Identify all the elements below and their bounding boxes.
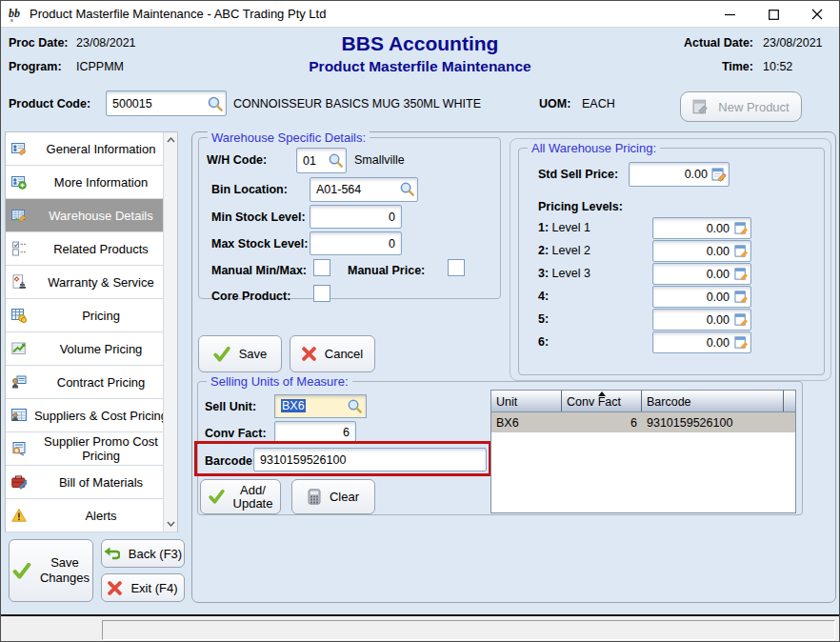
price-edit-icon[interactable] (734, 335, 749, 350)
check-icon (213, 347, 230, 362)
save-changes-label: SaveChanges (40, 555, 90, 586)
time-label: Time: (666, 60, 753, 73)
std-sell-price-field-wrap (629, 162, 730, 187)
sidebar-item-label: Warranty & Service (48, 275, 154, 290)
cancel-button[interactable]: Cancel (290, 335, 375, 372)
add-update-button[interactable]: Add/Update (200, 479, 281, 514)
cell-conv-fact: 6 (562, 416, 642, 430)
all-warehouse-pricing-group: All Warehouse Pricing: Std Sell Price: P… (518, 148, 825, 375)
save-button[interactable]: Save (198, 335, 282, 372)
cancel-label: Cancel (325, 347, 363, 361)
max-stock-input[interactable] (310, 231, 402, 255)
save-changes-button[interactable]: SaveChanges (9, 539, 93, 602)
close-icon (811, 9, 823, 20)
level-num: 3: (538, 267, 549, 280)
sidebar-item-label: Contract Pricing (57, 375, 145, 390)
core-product-label: Core Product: (211, 290, 290, 303)
exit-button[interactable]: Exit (F4) (101, 573, 185, 602)
actual-date-value: 23/08/2021 (763, 36, 830, 50)
sidebar-item-more-information[interactable]: More Information (6, 166, 177, 199)
sidebar-item-warehouse-details[interactable]: Warehouse Details (6, 199, 177, 232)
price-edit-icon[interactable] (734, 267, 749, 281)
search-icon[interactable] (328, 152, 344, 169)
price-edit-icon[interactable] (734, 312, 749, 327)
sidebar-item-general-information[interactable]: General Information (6, 132, 177, 166)
sidebar-item-supplier-promo-cost-pricing[interactable]: Supplier Promo Cost Pricing (6, 432, 177, 466)
price-edit-icon[interactable] (734, 221, 749, 235)
sidebar-item-bill-of-materials[interactable]: Bill of Materials (6, 466, 177, 499)
sidebar-item-label: Bill of Materials (59, 475, 143, 490)
chart-up-icon (11, 341, 27, 356)
sidebar-item-label: General Information (47, 142, 156, 156)
level-name: Level 2 (552, 244, 590, 257)
wh-name: Smallville (354, 153, 405, 167)
sidebar-item-label: Alerts (85, 509, 116, 523)
search-icon[interactable] (207, 95, 224, 112)
sidebar-item-warranty-service[interactable]: Warranty & Service (6, 266, 177, 299)
sidebar-item-label: Supplier Promo Cost Pricing (29, 434, 173, 463)
column-header-unit[interactable]: Unit (491, 391, 562, 411)
level-num: 1: (538, 221, 549, 234)
level-num: 2: (538, 244, 549, 257)
back-button[interactable]: Back (F3) (101, 539, 185, 568)
column-header-spacer (784, 391, 795, 411)
min-stock-input[interactable] (310, 205, 402, 229)
time-value: 10:52 (763, 60, 830, 73)
price-edit-icon[interactable] (734, 290, 749, 304)
sell-unit-field[interactable]: BX6 (274, 394, 367, 418)
scroll-up-button[interactable] (164, 132, 178, 148)
document-stamp-icon (11, 274, 27, 290)
new-product-button[interactable]: New Product (680, 91, 802, 122)
new-product-icon (692, 98, 710, 115)
minimize-button[interactable] (708, 1, 751, 28)
maximize-button[interactable] (751, 1, 795, 28)
search-icon[interactable] (399, 181, 415, 197)
clear-button[interactable]: Clear (291, 479, 375, 514)
sidebar-item-suppliers-cost-pricing[interactable]: Suppliers & Cost Pricing (6, 399, 177, 432)
price-edit-icon[interactable] (711, 167, 727, 182)
application-window: bb s Product Masterfile Maintenance - AB… (0, 0, 840, 642)
actual-date-label: Actual Date: (666, 36, 753, 50)
sidebar-item-label: More Information (54, 175, 148, 190)
min-stock-field-wrap (310, 205, 402, 229)
units-table[interactable]: Unit Conv Fact Barcode BX6 6 93101595261… (490, 390, 796, 513)
cell-barcode: 9310159526100 (642, 416, 784, 430)
chevron-down-icon (167, 521, 175, 527)
level-num: 5: (538, 312, 549, 326)
sort-asc-icon (598, 391, 606, 396)
max-stock-field-wrap (310, 231, 402, 255)
close-button[interactable] (795, 1, 839, 28)
table-row[interactable]: BX6 6 9310159526100 (491, 412, 795, 432)
column-header-barcode[interactable]: Barcode (642, 391, 784, 411)
sidebar-item-volume-pricing[interactable]: Volume Pricing (6, 332, 177, 366)
scroll-down-button[interactable] (164, 516, 178, 532)
wh-code-label: W/H Code: (207, 153, 267, 167)
search-icon[interactable] (347, 398, 363, 414)
manual-minmax-checkbox[interactable] (313, 259, 330, 276)
svg-text:s: s (10, 16, 13, 23)
check-icon (209, 490, 225, 504)
checklist-icon (11, 241, 27, 256)
sidebar-item-related-products[interactable]: Related Products (6, 232, 177, 266)
document-wrench-icon (11, 441, 27, 456)
max-stock-label: Max Stock Level: (211, 237, 308, 251)
sidebar-item-label: Warehouse Details (49, 209, 152, 223)
title-bar: bb s Product Masterfile Maintenance - AB… (1, 1, 839, 28)
core-product-checkbox[interactable] (313, 285, 330, 302)
sidebar-scrollbar[interactable] (163, 132, 177, 532)
sidebar-item-contract-pricing[interactable]: Contract Pricing (6, 366, 177, 399)
manual-price-checkbox[interactable] (448, 259, 465, 276)
std-sell-price-label: Std Sell Price: (538, 168, 618, 181)
sidebar-item-pricing[interactable]: Pricing (6, 299, 177, 332)
uom-value: EACH (582, 97, 615, 110)
minimize-icon (725, 10, 735, 20)
chevron-up-icon (167, 137, 175, 143)
product-code-label: Product Code: (9, 97, 90, 110)
toolbox-icon (11, 474, 27, 490)
barcode-highlight-box (194, 441, 491, 476)
sidebar-item-alerts[interactable]: Alerts (6, 499, 177, 532)
column-header-conv-fact[interactable]: Conv Fact (562, 391, 642, 411)
sell-unit-label: Sell Unit: (205, 400, 256, 413)
status-message-panel (102, 620, 835, 640)
price-edit-icon[interactable] (734, 244, 749, 258)
